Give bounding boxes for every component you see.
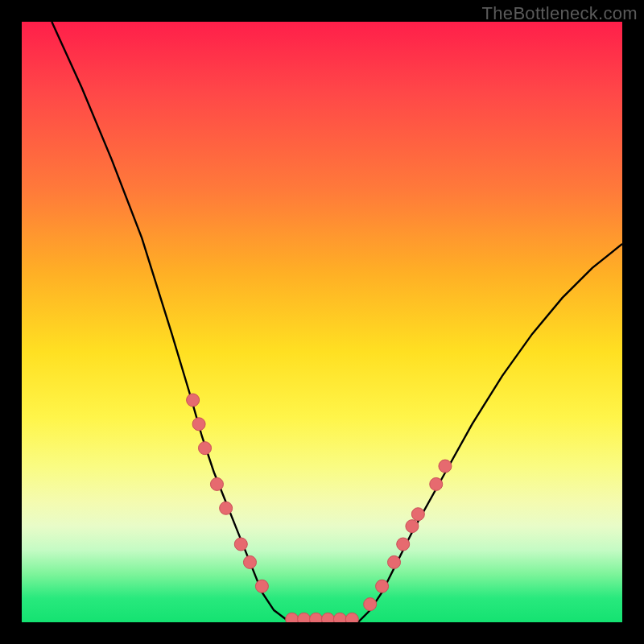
- data-point: [439, 460, 452, 473]
- plot-area: [22, 22, 622, 622]
- data-point: [210, 477, 223, 490]
- data-point: [243, 555, 256, 568]
- data-point: [286, 613, 299, 622]
- data-point: [298, 613, 311, 622]
- data-point: [364, 598, 377, 611]
- data-point: [397, 538, 410, 551]
- data-point: [321, 613, 334, 622]
- data-point: [255, 580, 268, 592]
- data-point: [345, 613, 358, 622]
- data-point: [199, 442, 212, 455]
- data-point: [187, 394, 200, 407]
- data-point: [388, 555, 401, 568]
- data-points-group: [187, 394, 452, 622]
- data-point: [220, 502, 233, 514]
- data-point: [376, 580, 389, 592]
- data-point: [310, 613, 323, 622]
- bottleneck-curve-svg: [22, 22, 622, 622]
- chart-frame: TheBottleneck.com: [0, 0, 644, 644]
- data-point: [192, 418, 205, 431]
- data-point: [406, 520, 419, 533]
- data-point: [333, 613, 346, 622]
- data-point: [234, 538, 247, 551]
- data-point: [411, 508, 424, 521]
- bottleneck-curve-path: [52, 22, 622, 622]
- data-point: [430, 477, 443, 490]
